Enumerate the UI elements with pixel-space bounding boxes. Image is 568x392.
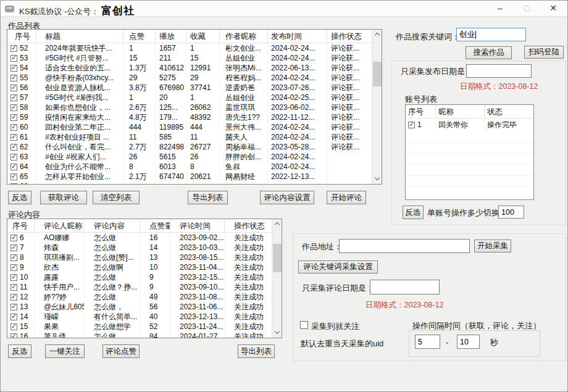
accounts-col-nick[interactable]: 昵称 [436,105,485,118]
close-button[interactable]: ✕ [543,1,564,17]
works-row[interactable]: 55 @快手粉条(03xhcy... 29 5275 29 程爸程妈... 20… [7,73,372,83]
row-checkbox[interactable] [10,235,17,241]
works-row[interactable]: 54 适合女生创业的五... 1.3万 410612 12991 张明杰Mi..… [7,63,372,73]
start-collect-button[interactable]: 开始采集 [474,240,511,252]
export-comments-button[interactable]: 导出列表 [238,344,275,358]
row-checkbox[interactable] [10,274,17,281]
works-row[interactable]: 64 创业为什么不能带... 8 6013 8 鱼叔 2024-02-24... [7,162,372,172]
row-checkbox[interactable] [10,65,17,72]
row-checkbox[interactable] [10,134,17,141]
works-col-author[interactable]: 作者昵称 [220,30,268,43]
row-checkbox[interactable] [408,122,415,128]
fetch-comments-button[interactable]: 获取评论 [40,191,87,204]
works-scrollbar[interactable] [372,30,382,184]
works-col-likes[interactable]: 点赞 [123,30,156,43]
comment-row[interactable]: 14 瑾嵘 有什么简单... 40 2023-12-13... 关注成功 [7,312,272,322]
row-checkbox[interactable] [10,154,17,161]
works-row[interactable]: 60 回村创业第二年正... 444 119895 444 景州大伟... 20… [7,122,372,132]
comments-col-time[interactable]: 评论时间 [170,219,225,232]
scrollbar-thumb[interactable] [273,244,282,272]
row-checkbox[interactable] [10,144,17,151]
row-checkbox[interactable] [10,55,17,62]
start-comment-button[interactable]: 开始评论 [327,191,366,204]
works-row[interactable]: 53 #5G时代 #只管努... 15 211 15 丛姐创业 2024-02-… [7,53,372,63]
comment-row[interactable]: 11 快手用户... 怎么做？挣... 9 2023-09-10... 关注成功 [7,282,272,292]
accounts-col-status[interactable]: 状态 [485,105,533,118]
comment-row[interactable]: 15 果果 怎么做想学 52 2023-11-24... 关注成功 [7,322,272,332]
row-checkbox[interactable] [10,254,17,261]
export-list-button[interactable]: 导出列表 [188,191,228,204]
row-checkbox[interactable] [10,124,17,131]
row-checkbox[interactable] [10,114,17,121]
row-checkbox[interactable] [10,323,17,330]
works-row[interactable]: 56 创业是资源人脉机... 3.8万 676980 37741 逆袭奶爸 20… [7,83,372,93]
comments-col-id[interactable]: 序号 [7,219,35,232]
row-checkbox[interactable] [10,164,17,170]
row-checkbox[interactable] [10,45,17,52]
keyword-input[interactable]: 创业 [456,28,526,41]
works-col-id[interactable]: 序号 [7,30,36,43]
keyword-collect-settings-button[interactable]: 评论关键词采集设置 [298,261,378,273]
scroll-up-icon[interactable] [272,219,282,229]
comments-col-content[interactable]: 评论内容 [85,219,140,232]
comments-scrollbar[interactable] [272,219,282,338]
row-checkbox[interactable] [10,173,17,180]
row-checkbox[interactable] [10,104,17,111]
works-invert-button[interactable]: 反选 [8,191,31,204]
row-checkbox[interactable] [10,304,17,311]
interval-min-input[interactable]: 5 [415,335,440,349]
scroll-down-icon[interactable] [372,174,382,184]
comment-row[interactable]: 6 AO娜娜 怎么做 16 2023-09-02... 关注成功 [7,233,272,243]
comments-col-status[interactable]: 操作状态 [225,219,270,232]
works-col-plays[interactable]: 播放 [156,30,186,43]
works-row[interactable]: 66 [7,181,372,184]
row-checkbox[interactable] [10,244,17,251]
comment-row[interactable]: 9 欣杰 怎么做啊 10 2023-11-04... 关注成功 [7,262,272,272]
comment-date-input[interactable] [370,280,440,294]
row-checkbox[interactable] [10,264,17,271]
interval-max-input[interactable]: 10 [457,335,480,349]
works-row[interactable]: 59 疫情闲在家来给大... 4.8万 179... 48392 唐先生1?? … [7,112,372,122]
row-checkbox[interactable] [10,183,17,185]
row-checkbox[interactable] [10,85,17,91]
works-col-favs[interactable]: 收藏 [186,30,220,43]
row-checkbox[interactable] [10,314,17,320]
comment-row[interactable]: 10 露露 怎么做 9 2023-12-15... 关注成功 [7,272,272,282]
accounts-col-id[interactable]: 序号 [406,105,436,118]
like-comments-button[interactable]: 评论点赞 [102,344,140,358]
clear-list-button[interactable]: 清空列表 [93,191,140,204]
works-row[interactable]: 62 什么叫创业，看完... 2.7万 822498 26727 周杨幸福...… [7,142,372,152]
comments-col-nick[interactable]: 评论人昵称 [35,219,85,232]
works-col-status[interactable]: 操作状态 [327,30,371,43]
work-url-input[interactable] [339,239,470,253]
scrollbar-thumb[interactable] [373,62,382,86]
row-checkbox[interactable] [10,75,17,81]
row-checkbox[interactable] [10,94,17,101]
comment-row[interactable]: 12 婷??婷 怎么做 49 2023-11-08... 关注成功 [7,292,272,302]
works-col-date[interactable]: 发布时间 [268,30,327,43]
search-works-button[interactable]: 搜索作品 [466,46,512,59]
works-row[interactable]: 52 2024年就要玩快手... 1 1657 1 彬文创业... 2024-0… [7,43,372,53]
works-row[interactable]: 61 #农村创业好项目 ... 11 585 11 菌夫人 2024-02-24… [7,132,372,142]
row-checkbox[interactable] [10,294,17,301]
works-col-title[interactable]: 标题 [36,30,123,43]
follow-all-button[interactable]: 一键关注 [45,344,85,358]
comment-settings-button[interactable]: 评论内容设置 [260,191,314,204]
qr-login-button[interactable]: 扫码登陆 [524,46,564,59]
follow-on-collect-checkbox[interactable] [300,321,308,329]
accounts-invert-button[interactable]: 反选 [403,206,424,219]
comment-row[interactable]: 13 @幺妹儿605 怎么做， 56 2023-11-06... 关注成功 [7,302,272,312]
comment-row[interactable]: 7 炜森 怎么做 14 2023-10-03... 关注成功 [7,243,272,252]
works-row[interactable]: 58 如果你也想创业，... 2.6万 125... 26062 盖世琪琪 20… [7,102,372,112]
comment-row[interactable]: 16 第凡倩 怎么做 84 2024-01-27... 关注成功 [7,332,272,338]
row-checkbox[interactable] [10,284,17,291]
works-row[interactable]: 65 怎样从零开始创业... 2.1万 674740 20621 网易财经 20… [7,172,372,181]
account-row[interactable]: 1 回关带你 操作完毕 [406,119,533,131]
account-switch-input[interactable]: 100 [498,206,524,219]
comment-row[interactable]: 8 琪琪播剧... 怎么做[赞]... 13 2023-08-15... 关注成… [7,252,272,262]
scroll-up-icon[interactable] [372,30,382,40]
comments-col-likes[interactable]: 点赞量 [140,219,170,232]
works-row[interactable]: 63 #创业 #祝家人们... 26 5615 26 胖胖的创... 2024-… [7,152,372,162]
scroll-down-icon[interactable] [272,328,282,338]
minimize-button[interactable]: – [490,1,511,17]
